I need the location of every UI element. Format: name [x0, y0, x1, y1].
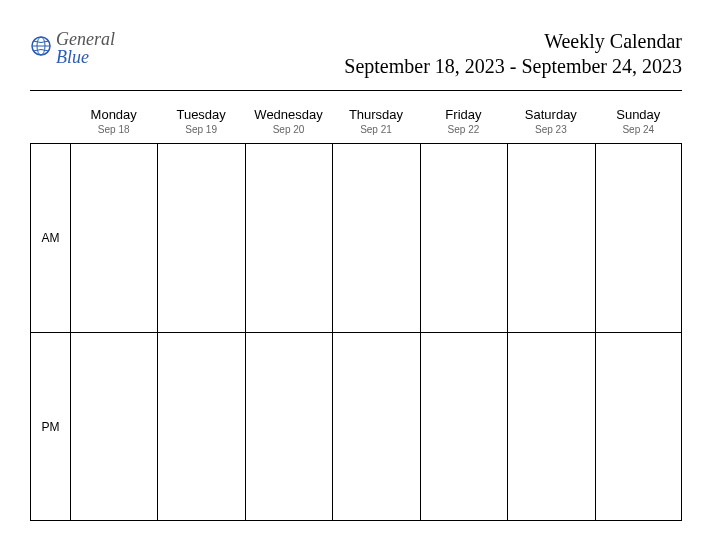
- logo-text: General Blue: [56, 30, 115, 66]
- day-name: Friday: [422, 107, 505, 122]
- day-header-thu: Thursday Sep 21: [332, 101, 419, 143]
- day-header-wed: Wednesday Sep 20: [245, 101, 332, 143]
- day-name: Monday: [72, 107, 155, 122]
- cell-am-sun: [595, 143, 682, 332]
- day-date: Sep 22: [422, 124, 505, 135]
- cell-pm-wed: [245, 332, 332, 521]
- logo-word2: Blue: [56, 48, 115, 66]
- title-block: Weekly Calendar September 18, 2023 - Sep…: [344, 30, 682, 78]
- cell-am-mon: [70, 143, 157, 332]
- cell-am-wed: [245, 143, 332, 332]
- cell-am-thu: [332, 143, 419, 332]
- grid-corner: [30, 101, 70, 143]
- header-divider: [30, 90, 682, 91]
- day-date: Sep 18: [72, 124, 155, 135]
- day-name: Thursday: [334, 107, 417, 122]
- day-header-sat: Saturday Sep 23: [507, 101, 594, 143]
- cell-am-sat: [507, 143, 594, 332]
- cell-pm-sun: [595, 332, 682, 521]
- day-name: Saturday: [509, 107, 592, 122]
- weekly-calendar-grid: Monday Sep 18 Tuesday Sep 19 Wednesday S…: [30, 101, 682, 521]
- globe-icon: [30, 35, 52, 61]
- cell-am-tue: [157, 143, 244, 332]
- day-name: Tuesday: [159, 107, 242, 122]
- header: General Blue Weekly Calendar September 1…: [30, 30, 682, 78]
- row-label-pm: PM: [30, 332, 70, 521]
- day-header-tue: Tuesday Sep 19: [157, 101, 244, 143]
- day-name: Wednesday: [247, 107, 330, 122]
- cell-pm-fri: [420, 332, 507, 521]
- page-title: Weekly Calendar: [344, 30, 682, 53]
- cell-pm-thu: [332, 332, 419, 521]
- day-date: Sep 24: [597, 124, 680, 135]
- day-name: Sunday: [597, 107, 680, 122]
- day-date: Sep 21: [334, 124, 417, 135]
- day-header-fri: Friday Sep 22: [420, 101, 507, 143]
- day-date: Sep 23: [509, 124, 592, 135]
- cell-pm-sat: [507, 332, 594, 521]
- logo: General Blue: [30, 30, 115, 66]
- cell-pm-tue: [157, 332, 244, 521]
- row-label-am: AM: [30, 143, 70, 332]
- cell-pm-mon: [70, 332, 157, 521]
- day-header-mon: Monday Sep 18: [70, 101, 157, 143]
- day-date: Sep 19: [159, 124, 242, 135]
- date-range: September 18, 2023 - September 24, 2023: [344, 55, 682, 78]
- logo-word1: General: [56, 30, 115, 48]
- day-date: Sep 20: [247, 124, 330, 135]
- cell-am-fri: [420, 143, 507, 332]
- day-header-sun: Sunday Sep 24: [595, 101, 682, 143]
